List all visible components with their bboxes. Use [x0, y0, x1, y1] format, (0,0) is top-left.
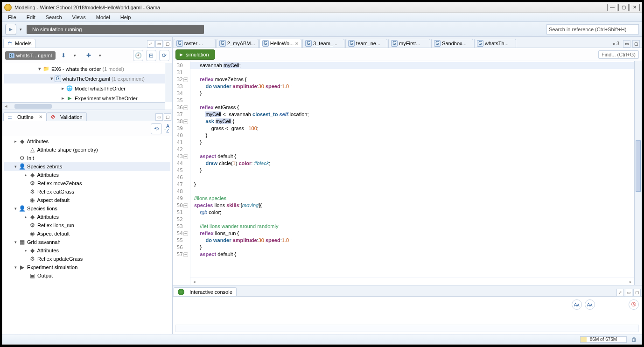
maximize-pane-icon[interactable]: ▢: [164, 40, 171, 48]
menubar: File Edit Search Views Model Help: [2, 13, 642, 22]
code-hscroll[interactable]: ◂▸: [190, 278, 634, 285]
clear-console-icon[interactable]: Ⓐ: [629, 299, 639, 310]
collapse-icon[interactable]: ⊟: [146, 50, 156, 61]
maximize-pane-icon[interactable]: ▢: [632, 40, 640, 48]
minimize-pane-icon[interactable]: ▭: [623, 40, 630, 48]
maximize-pane-icon[interactable]: ▢: [164, 113, 171, 121]
code-area[interactable]: savannah myCell; reflex moveZebras { do …: [190, 61, 634, 285]
run-button[interactable]: [5, 24, 16, 35]
editor-tab[interactable]: G3_team_...: [302, 39, 344, 48]
maximize-button[interactable]: ▢: [618, 4, 629, 11]
simulation-status: No simulation running: [27, 25, 204, 34]
font-larger-icon[interactable]: Aᴀ: [585, 299, 595, 310]
outline-item[interactable]: ⚙ Reflex updateGrass: [4, 255, 170, 263]
menu-model[interactable]: Model: [94, 14, 112, 21]
console-panel: Interactive console ⤢ ▭ ▢ Aᴀ Aᴀ Ⓐ: [173, 285, 642, 334]
menu-search[interactable]: Search: [44, 14, 64, 21]
outline-item[interactable]: ▸◆ Attributes: [4, 213, 170, 221]
outline-tree[interactable]: ▸◆ Attributes△ Attribute shape (geometry…: [2, 136, 172, 334]
memory-text: 86M of 675M: [581, 337, 626, 342]
outline-item[interactable]: ◉ Aspect default: [4, 229, 170, 238]
new-dd[interactable]: ▾: [97, 50, 103, 61]
main-toolbar: ▾ No simulation running Search in refere…: [2, 22, 642, 37]
font-smaller-icon[interactable]: Aᴀ: [572, 299, 582, 310]
editor-tab[interactable]: GHelloWo...✕: [259, 39, 301, 48]
outline-item[interactable]: ▸◆ Attributes: [4, 137, 170, 146]
close-icon[interactable]: ✕: [39, 114, 42, 119]
close-icon[interactable]: ✕: [295, 41, 299, 46]
import-button[interactable]: ⬇: [58, 50, 69, 61]
view-menu-icon[interactable]: ⤢: [147, 40, 154, 48]
close-button[interactable]: ✕: [630, 4, 640, 11]
models-panel: 🗀 Models ⤢ ▭ ▢ GwhatsT…r.gaml ⬇▾ ✚▾ 🕘: [2, 37, 172, 110]
code-editor[interactable]: 303132−33343536−3738−3940414243−44454647…: [173, 61, 642, 285]
menu-file[interactable]: File: [6, 14, 18, 21]
editor-tab[interactable]: Gteam_ne...: [345, 39, 387, 48]
tree-model[interactable]: ▸🌐 Model whatsTheOrder: [4, 83, 170, 93]
simulation-button[interactable]: simulation: [175, 49, 215, 60]
outline-item[interactable]: ◉ Aspect default: [4, 196, 170, 204]
more-tabs-button[interactable]: »3: [610, 41, 621, 47]
outline-item[interactable]: ⚙ Reflex eatGrass: [4, 187, 170, 196]
outline-item[interactable]: ▾👤 Species lions: [4, 204, 170, 213]
overview-ruler[interactable]: [634, 61, 642, 285]
editor-tab[interactable]: Graster ...: [174, 39, 216, 48]
tree-hscroll[interactable]: ◂: [2, 102, 165, 110]
tree-vscroll[interactable]: [165, 63, 172, 102]
menu-help[interactable]: Help: [119, 14, 133, 21]
linked-file-chip[interactable]: GwhatsT…r.gaml: [5, 51, 56, 60]
find-input[interactable]: Find... (Ctrl+G): [598, 50, 639, 59]
outline-item[interactable]: ▣ Output: [4, 271, 170, 280]
outline-item[interactable]: ⚙ Reflex lions_run: [4, 221, 170, 229]
link-editor-icon[interactable]: ⟳: [159, 50, 169, 61]
reference-search-input[interactable]: Search in reference (Ctrl+Shift+H): [546, 24, 639, 35]
memory-indicator[interactable]: 86M of 675M: [580, 336, 627, 343]
import-dd[interactable]: ▾: [71, 50, 78, 61]
gc-icon[interactable]: 🗑: [630, 336, 638, 343]
minimize-button[interactable]: —: [607, 4, 617, 11]
tab-outline[interactable]: ☰ Outline ✕: [3, 112, 47, 121]
tree-experiment[interactable]: ▸▶ Experiment whatsTheOrder: [4, 93, 170, 103]
outline-item[interactable]: ▾▶ Experiment simulation: [4, 263, 170, 271]
outline-item[interactable]: ▾👤 Species zebras: [4, 162, 170, 171]
window-title: Modeling - Winter School 2018/models/Hel…: [14, 5, 607, 10]
editor-tab[interactable]: G2_myABM...: [217, 39, 259, 48]
editor-tab[interactable]: GwhatsTh...: [474, 39, 516, 48]
app-icon: [4, 4, 12, 11]
outline-item[interactable]: ⚙ Reflex moveZebras: [4, 179, 170, 187]
clock-icon[interactable]: 🕘: [133, 50, 143, 61]
chat-icon: [178, 289, 184, 295]
minimize-pane-icon[interactable]: ▭: [625, 289, 632, 296]
tab-models[interactable]: 🗀 Models: [3, 39, 35, 48]
outline-item[interactable]: ▾▦ Grid savannah: [4, 238, 170, 246]
sort-az-icon[interactable]: ↓AZ: [164, 124, 169, 133]
line-gutter[interactable]: 303132−33343536−3738−3940414243−44454647…: [173, 61, 190, 285]
statusbar: 86M of 675M 🗑: [2, 334, 642, 344]
tab-console[interactable]: Interactive console: [174, 287, 237, 296]
editor-tab[interactable]: GSandbox...: [431, 39, 473, 48]
tree-folder[interactable]: ▾📁 EX6 - whats the order (1 model): [4, 64, 170, 74]
chip-label: whatsT…r.gaml: [16, 53, 52, 58]
view-menu-icon[interactable]: ⤢: [616, 289, 624, 296]
console-input[interactable]: [175, 325, 639, 332]
refresh-icon[interactable]: ⟲: [151, 123, 162, 134]
tab-validation[interactable]: ⊘ Validation: [47, 112, 87, 121]
menu-edit[interactable]: Edit: [25, 14, 37, 21]
outline-item[interactable]: ▸◆ Attributes: [4, 246, 170, 255]
maximize-pane-icon[interactable]: ▢: [633, 289, 641, 296]
minimize-pane-icon[interactable]: ▭: [155, 113, 163, 121]
minimize-pane-icon[interactable]: ▭: [155, 40, 163, 48]
models-tree[interactable]: ▾📁 EX6 - whats the order (1 model) ▾G wh…: [2, 63, 172, 110]
titlebar[interactable]: Modeling - Winter School 2018/models/Hel…: [2, 2, 642, 13]
tree-file[interactable]: ▾G whatsTheOrder.gaml (1 experiment): [4, 74, 170, 83]
outline-panel: ☰ Outline ✕ ⊘ Validation ▭ ▢ ⟲ ↓AZ ▸◆ At…: [2, 110, 172, 334]
scroll-thumb[interactable]: [636, 140, 641, 192]
outline-item[interactable]: △ Attribute shape (geometry): [4, 146, 170, 154]
outline-item[interactable]: ▸◆ Attributes: [4, 171, 170, 179]
menu-views[interactable]: Views: [70, 14, 88, 21]
tab-label: Models: [15, 41, 31, 46]
outline-item[interactable]: ⚙ Init: [4, 154, 170, 162]
new-button[interactable]: ✚: [84, 50, 94, 61]
run-dropdown[interactable]: ▾: [17, 24, 24, 35]
editor-tab[interactable]: GmyFirst...: [388, 39, 430, 48]
